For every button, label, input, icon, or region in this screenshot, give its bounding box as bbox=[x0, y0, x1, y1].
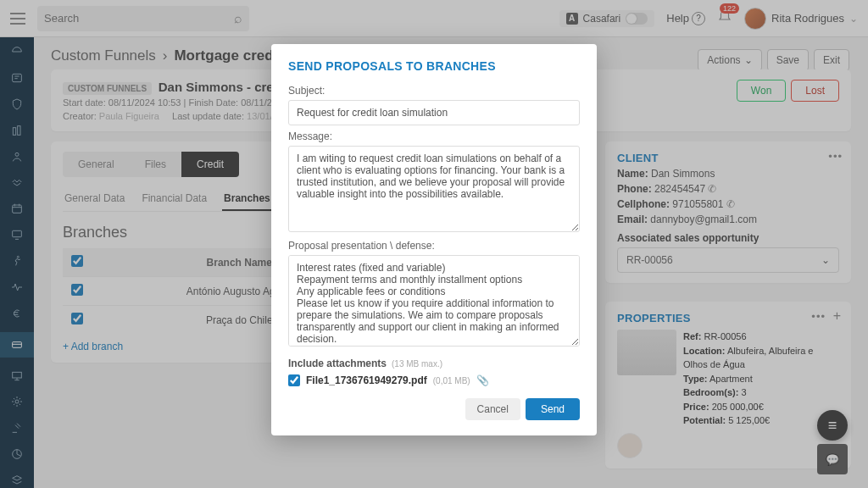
modal-title: SEND PROPOSALS TO BRANCHES bbox=[288, 59, 580, 73]
defense-textarea[interactable] bbox=[288, 255, 580, 347]
paperclip-icon[interactable]: 📎 bbox=[476, 374, 489, 386]
send-proposals-modal: SEND PROPOSALS TO BRANCHES Subject: Mess… bbox=[271, 44, 597, 435]
attachments-label: Include attachments bbox=[288, 358, 387, 369]
subject-input[interactable] bbox=[288, 100, 580, 125]
subject-label: Subject: bbox=[288, 85, 580, 97]
attachment-row: File1_1736761949279.pdf (0,01 MB) 📎 bbox=[288, 374, 580, 386]
attachment-checkbox[interactable] bbox=[288, 374, 300, 386]
attachment-size: (0,01 MB) bbox=[433, 376, 470, 385]
message-textarea[interactable] bbox=[288, 146, 580, 232]
attachments-max: (13 MB max.) bbox=[392, 359, 442, 369]
defense-label: Proposal presentation \ defense: bbox=[288, 240, 580, 252]
modal-overlay[interactable]: SEND PROPOSALS TO BRANCHES Subject: Mess… bbox=[0, 0, 868, 488]
send-button[interactable]: Send bbox=[526, 398, 580, 420]
attachment-filename: File1_1736761949279.pdf bbox=[306, 374, 427, 386]
message-label: Message: bbox=[288, 130, 580, 142]
cancel-button[interactable]: Cancel bbox=[465, 398, 520, 420]
